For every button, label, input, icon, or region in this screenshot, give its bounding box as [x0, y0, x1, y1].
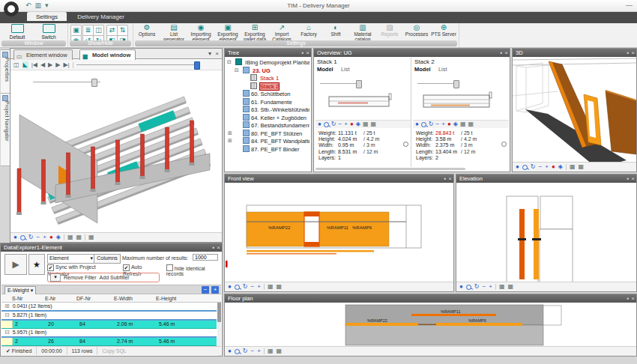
close-icon[interactable]: × [215, 50, 219, 57]
table-row[interactable]: 2 26 84 2.74 m 5.46 m [1, 338, 217, 346]
zoom-in-icon[interactable]: + [489, 283, 492, 291]
stack-select-radio[interactable] [403, 142, 408, 147]
step-first-icon[interactable]: |◀ [31, 61, 37, 69]
collapse-icon[interactable]: ⊟ [4, 312, 10, 319]
zoom-icon[interactable] [466, 285, 471, 290]
zoom-in-icon[interactable]: + [257, 348, 261, 355]
importing-element-data-button[interactable]: ◉ Importing element data [187, 24, 214, 40]
flip-horizontal-icon[interactable]: ⇄ [106, 25, 118, 36]
column-header[interactable]: E-Height [156, 294, 201, 302]
pts-server-button[interactable]: ⊕ PTS Server [430, 24, 457, 40]
panel-dropdown-icon[interactable]: ▾ [208, 50, 211, 57]
column-header[interactable]: E-Nr [45, 294, 76, 302]
rotate-icon[interactable]: ↻ [474, 283, 480, 291]
copy-view-icon[interactable]: ▦ [468, 121, 474, 128]
zoom-icon[interactable] [522, 165, 528, 170]
rotate-icon[interactable]: ↻ [28, 234, 34, 241]
expand-icon[interactable]: ⊞ [228, 130, 232, 138]
minimize-button[interactable]: — [626, 1, 633, 9]
print-icon[interactable]: ▦ [460, 121, 466, 128]
elevation-viewport[interactable] [456, 183, 636, 282]
tree-item[interactable]: ⊞ 80. PE_BFT Stützen [226, 130, 310, 138]
zoom-icon[interactable] [421, 122, 426, 127]
zoom-in-icon[interactable]: + [545, 163, 549, 171]
center-point-icon[interactable]: ● [350, 121, 354, 128]
tree-item[interactable]: 64. Keller + Zugböden [226, 114, 310, 122]
tab-list[interactable]: List [438, 66, 447, 73]
tree-item[interactable]: ⊞ 84. PE_BFT Wandplatten [226, 137, 310, 145]
close-icon[interactable]: × [504, 49, 508, 57]
close-icon[interactable]: × [448, 175, 452, 183]
tab-model[interactable]: Model [414, 66, 431, 73]
copy-view-icon[interactable]: ▦ [276, 348, 282, 355]
copy-view-icon[interactable]: ▦ [507, 283, 513, 291]
favorite-button[interactable]: ★ [28, 254, 45, 275]
zoom-in-icon[interactable]: + [441, 121, 445, 128]
run-query-button[interactable]: ▶ [4, 254, 27, 275]
print-icon[interactable]: ▦ [570, 163, 576, 171]
zoom-out-icon[interactable]: − [339, 121, 342, 128]
switch-button[interactable]: Switch [34, 24, 64, 40]
column-header[interactable]: E-Width [114, 294, 156, 302]
showhide-toggle-icon[interactable]: ▣ [70, 25, 82, 36]
pallet-3d-viewport[interactable] [513, 57, 636, 162]
step-forward-icon[interactable]: ▶ [55, 61, 60, 69]
close-icon[interactable]: × [631, 49, 635, 57]
center-point-icon[interactable]: ● [552, 163, 555, 171]
rotate-icon[interactable]: ↻ [531, 163, 536, 171]
fit-view-icon[interactable]: ◈ [356, 121, 360, 128]
pan-icon[interactable]: ● [228, 348, 232, 355]
tab-delivery-manager[interactable]: Delivery Manager [68, 12, 133, 21]
stack-select-radio[interactable] [501, 142, 507, 147]
zoom-in-icon[interactable]: + [43, 234, 46, 241]
pin-icon[interactable]: ▪ [301, 49, 304, 57]
expand-all-button[interactable]: + [211, 286, 219, 294]
stack-preview-viewport[interactable] [413, 83, 509, 119]
remove-filter-button[interactable]: Remove Filter [64, 275, 97, 280]
zoom-icon[interactable] [235, 349, 240, 354]
close-icon[interactable]: × [217, 243, 220, 252]
step-last-icon[interactable]: ▶| [63, 61, 69, 69]
pin-icon[interactable]: ▪ [627, 175, 629, 183]
pan-icon[interactable]: ● [459, 283, 463, 291]
exporting-pallet-data-button[interactable]: ⊞ Exporting pallet data [241, 24, 268, 40]
print-icon[interactable]: ▦ [268, 348, 274, 355]
tab-model[interactable]: Model [317, 66, 333, 73]
group-row[interactable]: ⊟ 5.957t (1 Item) [1, 329, 217, 338]
zoom-icon[interactable] [20, 235, 25, 240]
table-row[interactable]: 2 20 84 2.06 m 5.46 m [1, 321, 217, 329]
rotate-icon[interactable]: ↻ [243, 283, 248, 291]
showhide-split-icon[interactable]: ◫ [93, 25, 104, 36]
close-icon[interactable]: × [306, 49, 310, 57]
flip-vertical-icon[interactable]: ⇅ [117, 25, 128, 36]
copy-view-icon[interactable]: ▦ [370, 121, 376, 128]
app-logo-icon[interactable] [4, 1, 19, 16]
pan-icon[interactable]: ● [318, 121, 321, 128]
group-row[interactable]: ⊞ 8.662t (1 Item) [1, 355, 217, 356]
settings-view-icon[interactable]: ▦ [88, 234, 94, 241]
tree-item[interactable]: 60. Schüttbeton [226, 90, 310, 98]
pan-icon[interactable]: ● [415, 121, 419, 128]
collapse-icon[interactable]: ⊟ [227, 58, 232, 67]
copy-view-icon[interactable]: ▦ [276, 283, 282, 291]
zoom-icon[interactable] [235, 285, 240, 290]
pan-icon[interactable]: ● [516, 163, 519, 171]
exporting-element-data-button[interactable]: ▣ Exporting element data [214, 24, 241, 40]
zoom-in-icon[interactable]: + [344, 121, 348, 128]
scrollbar-thumb[interactable] [217, 303, 221, 322]
center-point-icon[interactable]: ● [49, 234, 53, 241]
zoom-out-icon[interactable]: − [436, 121, 440, 128]
play-icon[interactable]: ▶ [48, 61, 52, 69]
filter-dropdown[interactable]: ▾ [50, 273, 61, 282]
print-icon[interactable]: ▦ [499, 283, 505, 291]
compare-icon[interactable]: ◫ [13, 61, 19, 69]
print-icon[interactable]: ▦ [268, 283, 274, 291]
add-subfilter-button[interactable]: Add Subfilter [100, 275, 130, 280]
pan-icon[interactable]: ● [228, 283, 232, 291]
tree-item[interactable]: Stack 1 [226, 74, 310, 82]
center-point-icon[interactable]: ● [447, 121, 451, 128]
frontview-viewport[interactable]: %RAMP22 %RAMP11 %RAMP6 [225, 183, 453, 282]
fit-view-icon[interactable]: ◈ [56, 234, 61, 241]
pin-icon[interactable]: ▪ [627, 49, 629, 57]
import-catalogs-button[interactable]: ↗ Import Catalogs [268, 24, 295, 40]
